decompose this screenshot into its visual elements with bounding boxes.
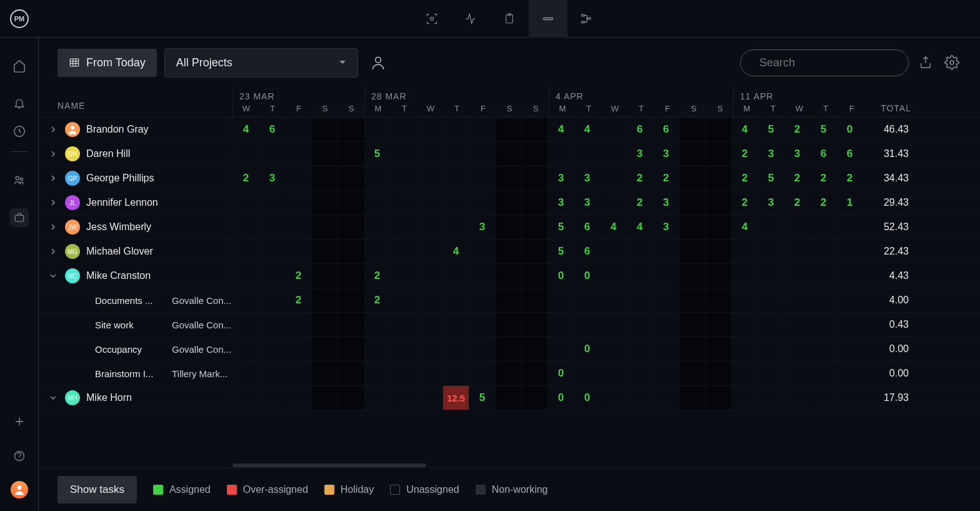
search-box[interactable] (740, 49, 909, 76)
day-cell[interactable]: 2 (285, 264, 311, 288)
day-cell[interactable]: 2 (810, 166, 836, 190)
day-cell[interactable] (442, 362, 469, 385)
day-cell[interactable]: 4 (442, 240, 469, 263)
day-cell[interactable]: 4 (600, 215, 626, 239)
day-cell[interactable]: 2 (652, 166, 679, 190)
day-cell[interactable] (259, 337, 285, 361)
day-cell[interactable]: 0 (548, 362, 574, 385)
search-input[interactable] (759, 56, 904, 69)
day-cell[interactable]: 0 (574, 337, 600, 361)
day-cell[interactable]: 2 (285, 288, 311, 312)
day-cell[interactable] (705, 166, 731, 190)
day-cell[interactable] (810, 313, 836, 336)
day-cell[interactable] (495, 362, 521, 385)
day-cell[interactable]: 4 (548, 118, 574, 141)
day-cell[interactable] (416, 337, 442, 361)
chevron-right-icon[interactable] (48, 175, 59, 182)
day-cell[interactable] (364, 313, 390, 336)
projects-select[interactable]: All Projects (164, 48, 358, 78)
day-cell[interactable] (364, 337, 390, 361)
day-cell[interactable] (548, 288, 574, 312)
day-cell[interactable] (364, 215, 390, 239)
day-cell[interactable] (416, 288, 442, 312)
day-cell[interactable]: 6 (626, 118, 652, 141)
day-cell[interactable] (495, 264, 521, 288)
day-cell[interactable]: 6 (574, 215, 600, 239)
day-cell[interactable]: 4 (574, 118, 600, 141)
day-cell[interactable] (469, 166, 495, 190)
day-cell[interactable] (705, 288, 731, 312)
day-cell[interactable] (810, 362, 836, 385)
day-cell[interactable] (311, 337, 338, 361)
day-cell[interactable] (574, 142, 600, 166)
day-cell[interactable]: 4 (626, 215, 652, 239)
day-cell[interactable] (652, 264, 679, 288)
day-cell[interactable] (416, 166, 442, 190)
clipboard-icon[interactable] (490, 0, 529, 38)
day-cell[interactable] (705, 191, 731, 215)
day-cell[interactable]: 3 (259, 166, 285, 190)
day-cell[interactable]: 3 (548, 166, 574, 190)
day-cell[interactable] (810, 386, 836, 410)
day-cell[interactable] (705, 264, 731, 288)
day-cell[interactable] (600, 313, 626, 336)
day-cell[interactable] (626, 386, 652, 410)
day-cell[interactable] (232, 191, 259, 215)
day-cell[interactable] (679, 264, 705, 288)
day-cell[interactable] (469, 118, 495, 141)
chevron-right-icon[interactable] (48, 199, 59, 206)
day-cell[interactable] (836, 240, 862, 263)
day-cell[interactable]: 3 (469, 215, 495, 239)
day-cell[interactable] (416, 191, 442, 215)
day-cell[interactable] (626, 264, 652, 288)
day-cell[interactable]: 3 (784, 142, 810, 166)
day-cell[interactable] (311, 191, 338, 215)
day-cell[interactable]: 2 (784, 191, 810, 215)
day-cell[interactable]: 0 (548, 264, 574, 288)
day-cell[interactable] (521, 288, 548, 312)
day-cell[interactable] (232, 264, 259, 288)
day-cell[interactable] (338, 337, 364, 361)
day-cell[interactable] (810, 337, 836, 361)
day-cell[interactable] (731, 240, 758, 263)
day-cell[interactable] (390, 142, 416, 166)
day-cell[interactable]: 3 (626, 142, 652, 166)
day-cell[interactable] (495, 240, 521, 263)
day-cell[interactable] (626, 362, 652, 385)
day-cell[interactable]: 4 (731, 118, 758, 141)
day-cell[interactable] (390, 240, 416, 263)
day-cell[interactable] (679, 166, 705, 190)
briefcase-icon[interactable] (10, 208, 29, 227)
hierarchy-icon[interactable] (568, 0, 606, 38)
day-cell[interactable] (259, 313, 285, 336)
day-cell[interactable] (469, 191, 495, 215)
day-cell[interactable] (600, 142, 626, 166)
day-cell[interactable] (469, 313, 495, 336)
day-cell[interactable] (311, 215, 338, 239)
day-cell[interactable] (679, 362, 705, 385)
day-cell[interactable] (338, 313, 364, 336)
day-cell[interactable] (758, 288, 784, 312)
day-cell[interactable] (758, 386, 784, 410)
day-cell[interactable] (600, 191, 626, 215)
day-cell[interactable] (600, 118, 626, 141)
day-cell[interactable] (495, 386, 521, 410)
person-filter-icon[interactable] (366, 50, 391, 75)
day-cell[interactable]: 3 (548, 191, 574, 215)
day-cell[interactable] (652, 240, 679, 263)
from-today-button[interactable]: From Today (58, 49, 157, 77)
day-cell[interactable] (521, 313, 548, 336)
day-cell[interactable] (390, 386, 416, 410)
day-cell[interactable] (521, 215, 548, 239)
day-cell[interactable] (232, 215, 259, 239)
help-icon[interactable] (10, 447, 29, 465)
day-cell[interactable] (679, 118, 705, 141)
day-cell[interactable] (364, 166, 390, 190)
day-cell[interactable] (836, 215, 862, 239)
day-cell[interactable] (390, 118, 416, 141)
day-cell[interactable] (469, 264, 495, 288)
day-cell[interactable] (469, 142, 495, 166)
day-cell[interactable] (469, 288, 495, 312)
day-cell[interactable] (521, 264, 548, 288)
day-cell[interactable] (784, 362, 810, 385)
